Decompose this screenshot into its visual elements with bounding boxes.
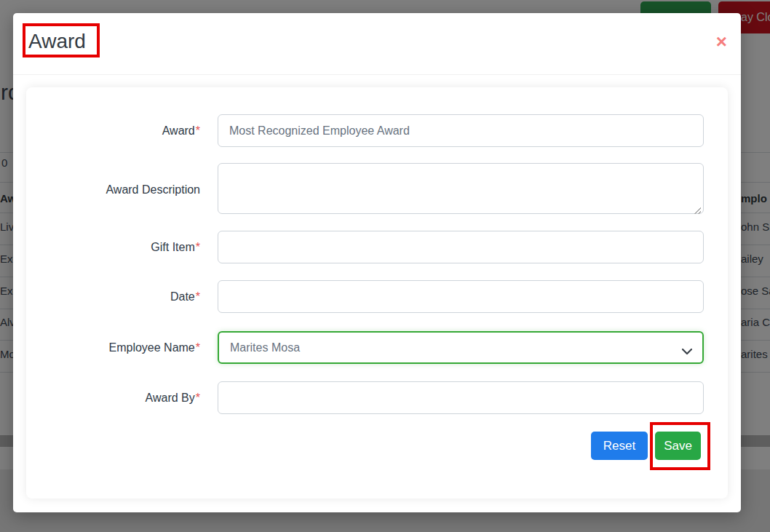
award-description-textarea[interactable]: [218, 163, 704, 214]
required-asterisk: *: [196, 392, 200, 404]
form-row-employee-name: Employee Name* Marites Mosa: [26, 331, 728, 364]
reset-button[interactable]: Reset: [591, 432, 648, 460]
required-asterisk: *: [196, 341, 200, 354]
date-label-text: Date: [170, 290, 195, 303]
date-label: Date*: [26, 290, 200, 303]
gift-item-label-text: Gift Item: [151, 241, 194, 253]
employee-name-select[interactable]: Marites Mosa: [218, 331, 704, 364]
modal-title: Award: [28, 30, 86, 53]
award-by-label: Award By*: [26, 392, 200, 405]
form-row-date: Date*: [26, 280, 728, 313]
award-description-label: Award Description: [26, 183, 200, 196]
award-input[interactable]: [218, 114, 704, 147]
award-label: Award*: [26, 124, 200, 138]
award-description-label-text: Award Description: [106, 183, 200, 196]
award-by-label-text: Award By: [146, 392, 195, 404]
form-row-award-by: Award By*: [26, 381, 728, 414]
form-row-gift-item: Gift Item*: [26, 231, 728, 263]
gift-item-input[interactable]: [218, 231, 704, 263]
award-label-text: Award: [162, 124, 195, 137]
required-asterisk: *: [196, 241, 200, 253]
date-input[interactable]: [218, 280, 704, 313]
save-button[interactable]: Save: [655, 432, 701, 460]
required-asterisk: *: [196, 290, 200, 303]
screen: { "background": { "top_bar": { "green_bu…: [0, 0, 770, 532]
employee-name-label-text: Employee Name: [108, 341, 194, 354]
close-icon[interactable]: ×: [716, 32, 727, 51]
form-row-award: Award*: [26, 114, 728, 147]
modal-header: Award ×: [13, 13, 741, 75]
employee-name-label: Employee Name*: [26, 341, 200, 354]
required-asterisk: *: [196, 124, 200, 137]
award-modal: Award × Award* Award Description Gift It…: [13, 13, 741, 512]
form-card: Award* Award Description Gift Item* Date…: [26, 87, 728, 499]
form-row-award-description: Award Description: [26, 164, 728, 215]
button-row: Reset Save: [591, 432, 701, 460]
award-by-input[interactable]: [218, 381, 704, 414]
gift-item-label: Gift Item*: [26, 241, 200, 254]
